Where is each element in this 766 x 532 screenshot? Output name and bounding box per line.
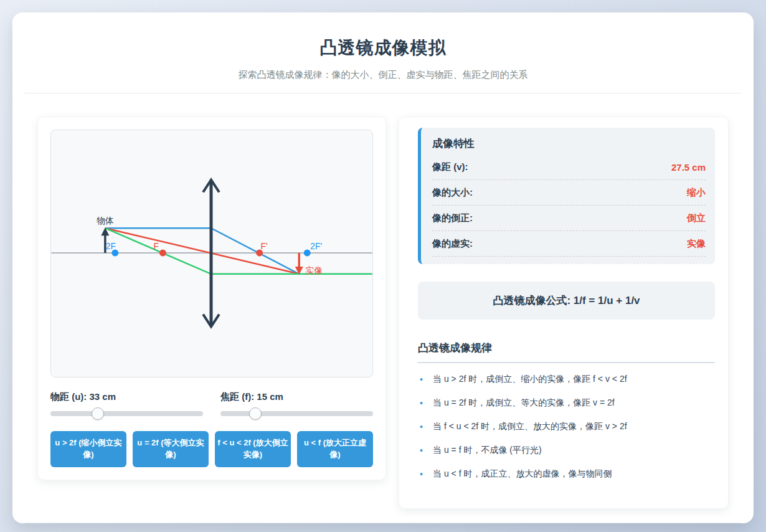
characteristic-row-image-type: 像的虚实: 实像: [432, 231, 706, 257]
imaging-rules-section: 凸透镜成像规律 •当 u > 2f 时，成倒立、缩小的实像，像距 f < v <…: [418, 341, 715, 480]
rule-item: •当 u = f 时，不成像 (平行光): [418, 445, 715, 456]
characteristic-row-image-orientation: 像的倒正: 倒立: [432, 206, 706, 231]
row-value: 27.5 cm: [671, 162, 706, 173]
lens-formula-box: 凸透镜成像公式: 1/f = 1/u + 1/v: [418, 282, 715, 320]
focal-length-label: 焦距 (f): 15 cm: [220, 391, 373, 403]
simulation-panel: 物体 2F F F' 2F' 实像 物距 (u): 33 cm 焦距 (f): …: [37, 116, 386, 480]
real-image-label: 实像: [305, 265, 323, 275]
lens-diagram-canvas: 物体 2F F F' 2F' 实像: [50, 130, 373, 378]
content-row: 物体 2F F F' 2F' 实像 物距 (u): 33 cm 焦距 (f): …: [37, 116, 729, 509]
main-card: 凸透镜成像模拟 探索凸透镜成像规律：像的大小、倒正、虚实与物距、焦距之间的关系: [12, 12, 754, 523]
bullet-icon: •: [420, 422, 423, 432]
image-characteristics-box: 成像特性 像距 (v): 27.5 cm 像的大小: 缩小 像的倒正: 倒立 像…: [418, 128, 715, 264]
rule-text: 当 f < u < 2f 时，成倒立、放大的实像，像距 v > 2f: [433, 421, 627, 431]
lens-diagram: 物体 2F F F' 2F' 实像: [51, 130, 372, 377]
rules-list: •当 u > 2f 时，成倒立、缩小的实像，像距 f < v < 2f •当 u…: [418, 374, 715, 480]
bullet-icon: •: [420, 398, 423, 408]
row-label: 像的大小:: [432, 187, 473, 199]
label-f-right: F': [261, 241, 268, 251]
page-title: 凸透镜成像模拟: [25, 36, 741, 60]
object-label: 物体: [97, 216, 114, 226]
info-panel: 成像特性 像距 (v): 27.5 cm 像的大小: 缩小 像的倒正: 倒立 像…: [399, 116, 729, 509]
focal-length-control: 焦距 (f): 15 cm: [220, 391, 373, 416]
rule-text: 当 u = f 时，不成像 (平行光): [433, 445, 542, 455]
footer-divider: [25, 523, 741, 523]
row-label: 像的虚实:: [432, 238, 473, 250]
bullet-icon: •: [420, 445, 423, 455]
image-arrow: [295, 253, 303, 275]
rule-text: 当 u < f 时，成正立、放大的虚像，像与物同侧: [433, 468, 612, 478]
preset-button-u-gt-2f[interactable]: u > 2f (缩小倒立实像): [50, 431, 126, 467]
rules-title: 凸透镜成像规律: [418, 341, 715, 363]
rule-item: •当 u < f 时，成正立、放大的虚像，像与物同侧: [418, 468, 715, 480]
focal-ray-green: [105, 228, 372, 274]
header-divider: [25, 93, 741, 93]
page-subtitle: 探索凸透镜成像规律：像的大小、倒正、虚实与物距、焦距之间的关系: [25, 69, 741, 81]
focal-length-slider-thumb[interactable]: [249, 407, 262, 420]
rule-item: •当 u > 2f 时，成倒立、缩小的实像，像距 f < v < 2f: [418, 374, 715, 385]
point-2f-right: [304, 250, 311, 257]
row-value: 缩小: [687, 187, 706, 199]
object-distance-slider[interactable]: [50, 411, 203, 416]
preset-buttons-row: u > 2f (缩小倒立实像) u = 2f (等大倒立实像) f < u < …: [50, 431, 373, 467]
preset-button-u-lt-f[interactable]: u < f (放大正立虚像): [297, 431, 373, 467]
object-distance-label: 物距 (u): 33 cm: [50, 391, 203, 403]
row-label: 像的倒正:: [432, 212, 473, 224]
center-ray-red: [105, 228, 299, 274]
preset-button-u-eq-2f[interactable]: u = 2f (等大倒立实像): [133, 431, 209, 467]
rule-text: 当 u = 2f 时，成倒立、等大的实像，像距 v = 2f: [433, 397, 615, 407]
sliders-row: 物距 (u): 33 cm 焦距 (f): 15 cm: [50, 391, 373, 416]
rule-item: •当 f < u < 2f 时，成倒立、放大的实像，像距 v > 2f: [418, 421, 715, 432]
focal-length-slider[interactable]: [220, 411, 373, 416]
row-label: 像距 (v):: [432, 161, 468, 173]
label-f-left: F: [153, 241, 158, 251]
point-f-left: [159, 250, 166, 257]
characteristic-row-image-distance: 像距 (v): 27.5 cm: [432, 154, 706, 180]
rule-item: •当 u = 2f 时，成倒立、等大的实像，像距 v = 2f: [418, 397, 715, 409]
bullet-icon: •: [420, 374, 423, 384]
rule-text: 当 u > 2f 时，成倒立、缩小的实像，像距 f < v < 2f: [433, 374, 627, 384]
bullet-icon: •: [420, 469, 423, 479]
label-2f-right: 2F': [310, 241, 322, 251]
object-distance-control: 物距 (u): 33 cm: [50, 391, 203, 416]
preset-button-f-u-2f[interactable]: f < u < 2f (放大倒立实像): [215, 431, 291, 467]
row-value: 倒立: [687, 212, 706, 224]
row-value: 实像: [687, 238, 706, 250]
label-2f-left: 2F: [106, 241, 116, 251]
object-distance-slider-thumb[interactable]: [92, 407, 104, 420]
characteristic-row-image-size: 像的大小: 缩小: [432, 180, 706, 206]
characteristics-title: 成像特性: [432, 136, 706, 151]
